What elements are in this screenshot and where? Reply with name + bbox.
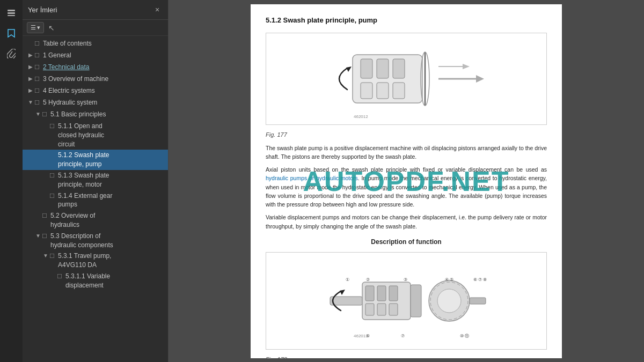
arrow-overview: ▶	[27, 76, 34, 82]
label-swash-pump: 5.1.2 Swash plateprinciple, pump	[58, 151, 165, 169]
section-title: 5.1.2 Swash plate principle, pump	[266, 15, 547, 26]
bookmark-techdata: ☐	[34, 64, 42, 71]
highlight-text: hydraulic pumps or hydraulic motors	[266, 175, 358, 181]
arrow-hydraulic: ▼	[27, 99, 34, 105]
fig178-svg: ① ② ③ ④ ⑤ ⑥ ⑦ ⑧ 462013 ⑤ ⑦ ⑩ ⑪	[320, 258, 492, 344]
tree-item-desc-comp[interactable]: ▼ ☐ 5.3 Description ofhydraulic componen…	[23, 231, 168, 251]
tree-item-openclosed[interactable]: ☐ 5.1.1 Open andclosed hydrauliccircuit	[23, 121, 168, 150]
left-toolbar	[0, 0, 23, 362]
svg-rect-5	[377, 59, 389, 78]
bookmarks-tree: ☐ Table of contents ▶ ☐ 1 General ▶ ☐ 2 …	[23, 36, 168, 362]
svg-rect-2	[8, 15, 15, 16]
svg-rect-6	[393, 59, 405, 78]
main-content-area: 5.1.2 Swash plate principle, pump	[169, 0, 644, 362]
layers-toolbar-icon[interactable]	[3, 4, 20, 21]
label-openclosed: 5.1.1 Open andclosed hydrauliccircuit	[58, 122, 165, 149]
svg-text:⑤: ⑤	[366, 334, 370, 338]
svg-rect-7	[361, 83, 372, 99]
sidebar-panel: Yer İmleri × ☰ ▾ ↖ ☐ Table of contents ▶…	[23, 0, 169, 362]
tree-item-overview[interactable]: ▶ ☐ 3 Overview of machine	[23, 73, 168, 85]
label-electric: 4 Electric systems	[43, 86, 165, 95]
cursor-indicator: ↖	[48, 24, 55, 32]
tree-item-general[interactable]: ▶ ☐ 1 General	[23, 50, 168, 62]
bookmark-toolbar-icon[interactable]	[3, 25, 20, 42]
label-hydraulic: 5 Hydraulic system	[43, 98, 165, 107]
svg-rect-25	[389, 304, 398, 315]
svg-text:④ ⑤: ④ ⑤	[445, 277, 453, 282]
fig178-container: ① ② ③ ④ ⑤ ⑥ ⑦ ⑧ 462013 ⑤ ⑦ ⑩ ⑪	[266, 252, 547, 350]
svg-text:⑩ ⑪: ⑩ ⑪	[460, 334, 469, 338]
bookmark-hydraulic: ☐	[34, 99, 42, 106]
label-overview-hyd: 5.2 Overview ofhydraulics	[50, 211, 165, 230]
content-para3: Variable displacement pumps and motors c…	[266, 213, 547, 231]
label-variable-disp: 5.3.1.1 Variabledisplacement	[65, 272, 165, 290]
svg-text:⑦: ⑦	[401, 334, 405, 338]
bookmark-swash-motor: ☐	[49, 172, 57, 179]
tree-item-basic[interactable]: ▼ ☐ 5.1 Basic principles	[23, 109, 168, 121]
bookmark-variable-disp: ☐	[57, 273, 64, 280]
label-techdata: 2 Technical data	[43, 63, 165, 72]
bookmark-openclosed: ☐	[49, 123, 57, 130]
svg-rect-1	[8, 12, 15, 14]
tree-item-swash-motor[interactable]: ☐ 5.1.3 Swash plateprinciple, motor	[23, 170, 168, 190]
svg-marker-16	[463, 64, 470, 69]
label-overview: 3 Overview of machine	[43, 75, 165, 84]
tree-item-swash-pump[interactable]: 5.1.2 Swash plateprinciple, pump	[23, 150, 168, 170]
arrow-electric: ▶	[27, 87, 34, 93]
svg-text:462012: 462012	[354, 114, 368, 119]
fig178-label: Fig. 178	[266, 355, 547, 358]
svg-rect-26	[411, 285, 421, 317]
svg-text:②: ②	[366, 277, 370, 282]
sidebar-header: Yer İmleri ×	[23, 0, 168, 20]
svg-point-28	[437, 289, 461, 313]
svg-rect-23	[365, 304, 374, 315]
svg-rect-18	[330, 297, 362, 305]
svg-rect-0	[8, 10, 15, 11]
svg-rect-21	[377, 286, 386, 301]
sidebar-close-button[interactable]: ×	[152, 4, 163, 15]
bookmark-electric: ☐	[34, 87, 42, 94]
desc-function-label: Description of function	[266, 237, 547, 247]
view-mode-button[interactable]: ☰ ▾	[27, 22, 44, 33]
view-mode-chevron: ▾	[37, 24, 40, 31]
fig177-label: Fig. 177	[266, 130, 547, 139]
page-document: 5.1.2 Swash plate principle, pump	[251, 4, 562, 358]
tree-item-toc[interactable]: ☐ Table of contents	[23, 38, 168, 50]
content-para2: Axial piston units based on the swash pl…	[266, 165, 547, 209]
view-mode-icon: ☰	[31, 24, 36, 31]
tree-item-variable-disp[interactable]: ☐ 5.3.1.1 Variabledisplacement	[23, 271, 168, 291]
content-para1: The swash plate pump is a positive displ…	[266, 144, 547, 161]
label-toc: Table of contents	[43, 39, 165, 48]
tree-item-overview-hyd[interactable]: ☐ 5.2 Overview ofhydraulics	[23, 210, 168, 231]
bookmark-general: ☐	[34, 52, 42, 59]
sidebar-title: Yer İmleri	[28, 6, 57, 14]
bookmark-desc-comp: ☐	[42, 233, 49, 240]
paperclip-toolbar-icon[interactable]	[3, 45, 20, 62]
tree-item-hydraulic[interactable]: ▼ ☐ 5 Hydraulic system	[23, 97, 168, 109]
tree-item-external-gear[interactable]: ☐ 5.1.4 External gearpumps	[23, 190, 168, 211]
arrow-general: ▶	[27, 52, 34, 58]
label-swash-motor: 5.1.3 Swash plateprinciple, motor	[58, 171, 165, 189]
svg-rect-9	[393, 83, 405, 99]
bookmark-toc: ☐	[34, 40, 42, 47]
arrow-desc-comp: ▼	[34, 233, 42, 239]
fig177-container: 462012	[266, 33, 547, 125]
svg-marker-31	[340, 290, 345, 295]
label-general: 1 General	[43, 51, 165, 60]
svg-rect-8	[377, 83, 389, 99]
svg-rect-24	[377, 304, 386, 315]
svg-rect-22	[389, 286, 398, 301]
arrow-basic: ▼	[34, 111, 42, 117]
bookmark-external-gear: ☐	[49, 193, 57, 200]
label-basic: 5.1 Basic principles	[50, 110, 165, 119]
tree-item-electric[interactable]: ▶ ☐ 4 Electric systems	[23, 85, 168, 97]
svg-rect-4	[361, 59, 372, 78]
tree-item-travel-pump[interactable]: ▼ ☐ 5.3.1 Travel pump,A4VG110 DA	[23, 250, 168, 271]
svg-rect-20	[365, 286, 374, 301]
label-external-gear: 5.1.4 External gearpumps	[58, 191, 165, 210]
tree-item-techdata[interactable]: ▶ ☐ 2 Technical data	[23, 62, 168, 73]
svg-text:⑥ ⑦ ⑧: ⑥ ⑦ ⑧	[473, 277, 487, 282]
sidebar-toolbar: ☰ ▾ ↖	[23, 20, 168, 36]
fig177-svg: 462012	[320, 39, 492, 119]
svg-rect-30	[470, 298, 486, 304]
